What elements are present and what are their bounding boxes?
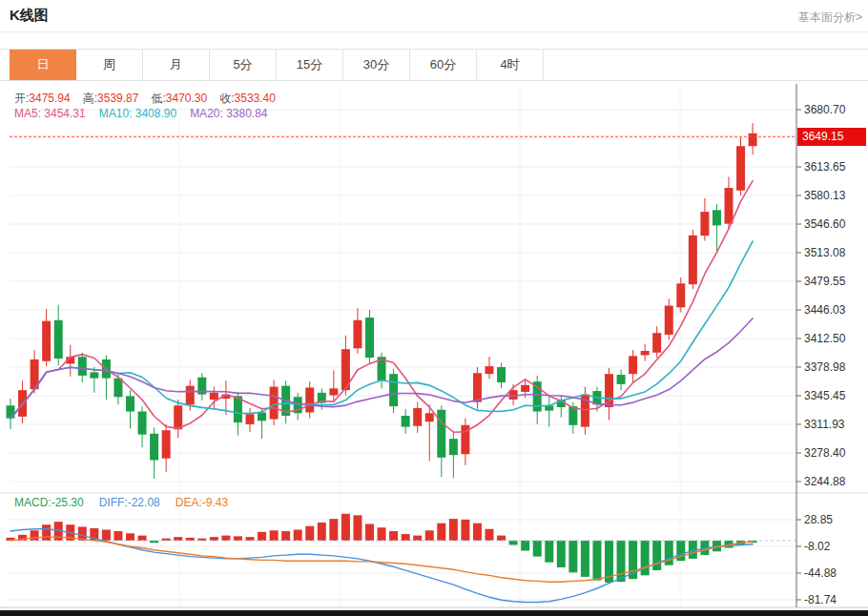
high-label: 高:	[83, 92, 97, 105]
svg-text:-44.88: -44.88	[804, 566, 837, 580]
close-value: 3533.40	[235, 92, 276, 105]
macd-value: MACD:-25.30	[14, 496, 84, 509]
dea-value: DEA:-9.43	[176, 496, 228, 509]
diff-value: DIFF:-22.08	[99, 496, 160, 509]
svg-text:3580.13: 3580.13	[804, 189, 846, 202]
tab-4hour[interactable]: 4时	[477, 50, 544, 80]
tab-15min[interactable]: 15分	[277, 50, 343, 80]
svg-text:3479.55: 3479.55	[804, 275, 846, 288]
macd-histogram	[7, 514, 797, 583]
fundamental-analysis-link[interactable]: 基本面分析>	[798, 10, 862, 26]
tab-month[interactable]: 月	[143, 50, 210, 80]
close-label: 收:	[219, 92, 234, 105]
svg-text:3613.65: 3613.65	[804, 160, 846, 174]
svg-text:3412.50: 3412.50	[804, 332, 846, 345]
page-title: K线图	[10, 7, 49, 25]
open-label: 开:	[14, 92, 29, 105]
tab-60min[interactable]: 60分	[410, 50, 477, 80]
low-label: 低:	[151, 92, 165, 105]
open-value: 3475.94	[29, 92, 70, 105]
svg-text:-81.74: -81.74	[804, 593, 837, 606]
svg-text:3680.70: 3680.70	[804, 103, 846, 116]
low-value: 3470.30	[166, 92, 207, 105]
tab-5min[interactable]: 5分	[210, 50, 277, 80]
svg-text:3278.40: 3278.40	[804, 446, 846, 460]
ma10-value: MA10: 3408.90	[99, 107, 176, 120]
ohlc-readout: 开:3475.94高:3539.87低:3470.30收:3533.40	[14, 91, 288, 107]
svg-text:3345.45: 3345.45	[804, 389, 846, 402]
svg-text:-8.02: -8.02	[804, 540, 831, 553]
high-value: 3539.87	[97, 92, 138, 105]
svg-text:3513.08: 3513.08	[804, 246, 846, 259]
ma-readout: MA5: 3454.31MA10: 3408.90MA20: 3380.84	[14, 107, 281, 120]
tab-day[interactable]: 日	[10, 50, 76, 80]
svg-text:3244.88: 3244.88	[804, 475, 846, 488]
macd-axis-labels: 28.85-8.02-44.88-81.74	[796, 513, 837, 606]
macd-readout: MACD:-25.30DIFF:-22.08DEA:-9.43	[14, 496, 243, 509]
candles-group	[7, 123, 757, 479]
svg-text:3446.03: 3446.03	[804, 303, 846, 317]
svg-text:3311.93: 3311.93	[804, 418, 845, 431]
svg-text:28.85: 28.85	[804, 513, 833, 526]
tab-30min[interactable]: 30分	[343, 50, 410, 80]
ma5-value: MA5: 3454.31	[14, 107, 86, 120]
svg-text:3546.60: 3546.60	[804, 217, 846, 231]
period-tab-bar: 日周月5分15分30分60分4时	[0, 49, 868, 81]
current-price-badge: 3649.15	[797, 128, 866, 146]
tab-week[interactable]: 周	[76, 50, 143, 80]
y-axis-labels: 3680.703613.653580.133546.603513.083479.…	[796, 103, 846, 488]
ma20-value: MA20: 3380.84	[190, 107, 267, 120]
svg-text:3378.98: 3378.98	[804, 360, 846, 374]
